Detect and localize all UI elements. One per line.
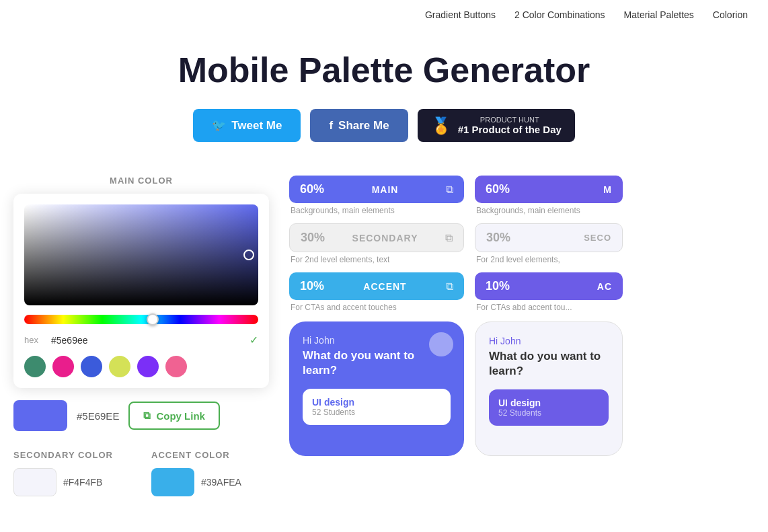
bar-secondary-desc: For 2nd level elements, text	[289, 255, 464, 264]
bar-accent-pct: 10%	[300, 279, 324, 293]
nav-gradient-buttons[interactable]: Gradient Buttons	[425, 9, 496, 20]
bar2-acc-pct: 10%	[486, 279, 510, 293]
accent-color-label: ACCENT COLOR	[151, 450, 269, 460]
bar-main-lbl: MAIN	[372, 184, 399, 195]
greeting-1: Hi John	[303, 335, 451, 346]
card-title-1: UI design	[312, 397, 441, 408]
bar-main-2: 60% M	[475, 176, 623, 203]
swatch-purple[interactable]	[137, 356, 159, 377]
percent-bars-2: 60% M Backgrounds, main elements 30% SEC…	[475, 176, 623, 312]
secondary-color-swatch[interactable]	[13, 468, 56, 496]
swatch-rose[interactable]	[165, 356, 187, 377]
secondary-color-display: #F4F4FB	[13, 468, 131, 496]
producthunt-button[interactable]: 🏅 PRODUCT HUNT #1 Product of the Day	[418, 109, 575, 142]
bar2-acc-lbl: AC	[597, 281, 612, 292]
bar-accent-lbl: ACCENT	[363, 281, 406, 292]
accent-color-swatch[interactable]	[151, 468, 194, 496]
secondary-color-label: SECONDARY COLOR	[13, 450, 131, 460]
avatar-1	[429, 332, 453, 356]
bar2-main-desc: Backgrounds, main elements	[475, 206, 623, 215]
bar-main-desc: Backgrounds, main elements	[289, 206, 464, 215]
hue-handle[interactable]	[147, 313, 159, 326]
facebook-icon: f	[329, 119, 333, 132]
card-title-2: UI design	[498, 397, 599, 408]
hero-buttons: 🐦 Tweet Me f Share Me 🏅 PRODUCT HUNT #1 …	[13, 109, 755, 142]
bar2-acc-desc: For CTAs abd accent tou...	[475, 303, 623, 312]
share-button[interactable]: f Share Me	[310, 109, 408, 142]
copy-icon: ⧉	[143, 410, 151, 422]
nav-bar: Gradient Buttons 2 Color Combinations Ma…	[0, 0, 768, 30]
swatch-yellow[interactable]	[109, 356, 130, 377]
bar2-main-lbl: M	[603, 184, 612, 195]
picker-panel: MAIN COLOR hex ✓	[13, 176, 269, 496]
swatch-pink[interactable]	[52, 356, 74, 377]
bar2-main-pct: 60%	[486, 182, 510, 196]
secondary-color-section: SECONDARY COLOR #F4F4FB	[13, 450, 131, 496]
preview-card-1: 60% MAIN ⧉ Backgrounds, main elements 30…	[289, 176, 464, 496]
current-hex-text: #5E69EE	[77, 410, 119, 422]
main-layout: MAIN COLOR hex ✓	[0, 176, 768, 523]
check-icon: ✓	[249, 334, 258, 346]
bar-secondary-lbl: SECONDARY	[352, 233, 418, 243]
nav-colorion[interactable]: Colorion	[713, 9, 748, 20]
hero-section: Mobile Palette Generator 🐦 Tweet Me f Sh…	[0, 30, 768, 176]
bar2-sec-desc: For 2nd level elements,	[475, 255, 623, 264]
color-action-row: #5E69EE ⧉ Copy Link	[13, 400, 269, 431]
current-color-swatch	[13, 400, 67, 431]
nav-links: Gradient Buttons 2 Color Combinations Ma…	[0, 0, 768, 30]
percent-bars-1: 60% MAIN ⧉ Backgrounds, main elements 30…	[289, 176, 464, 312]
twitter-icon: 🐦	[212, 118, 226, 132]
ph-main: #1 Product of the Day	[458, 124, 562, 135]
greeting-2: Hi John	[489, 336, 609, 346]
card-sub-1: 52 Students	[312, 408, 441, 417]
card-item-1: UI design 52 Students	[303, 389, 451, 425]
color-picker-box: hex ✓	[13, 194, 269, 388]
bar2-sec-pct: 30%	[486, 231, 510, 245]
app-mock-1: Hi John What do you want to learn? UI de…	[289, 321, 464, 456]
card-sub-2: 52 Students	[498, 408, 599, 418]
bar-accent-1: 10% ACCENT ⧉	[289, 272, 464, 300]
gradient-handle[interactable]	[243, 250, 254, 260]
bar2-sec-lbl: SECO	[584, 233, 611, 243]
color-swatches	[24, 356, 258, 377]
bar-secondary-1: 30% SECONDARY ⧉	[289, 223, 464, 252]
hex-row: hex ✓	[24, 334, 258, 346]
card-item-2: UI design 52 Students	[489, 389, 609, 426]
page-title: Mobile Palette Generator	[13, 50, 755, 90]
secondary-hex-text: #F4F4FB	[63, 477, 102, 488]
nav-color-combinations[interactable]: 2 Color Combinations	[514, 9, 605, 20]
bar-secondary-copy-icon[interactable]: ⧉	[445, 232, 453, 244]
bar-secondary-pct: 30%	[301, 231, 325, 245]
sub-colors: SECONDARY COLOR #F4F4FB ACCENT COLOR #39…	[13, 450, 269, 496]
accent-hex-text: #39AFEA	[201, 477, 241, 488]
nav-material-palettes[interactable]: Material Palettes	[624, 9, 694, 20]
bar-accent-2: 10% AC	[475, 272, 623, 300]
question-1: What do you want to learn?	[303, 348, 451, 378]
bar-secondary-2: 30% SECO	[475, 223, 623, 252]
app-mock-2: Hi John What do you want to learn? UI de…	[475, 321, 623, 456]
hue-slider[interactable]	[24, 315, 258, 324]
bar-accent-desc: For CTAs and accent touches	[289, 303, 464, 312]
main-color-label: MAIN COLOR	[13, 176, 269, 186]
tweet-button[interactable]: 🐦 Tweet Me	[193, 109, 301, 142]
bar-main-pct: 60%	[300, 182, 324, 196]
gradient-picker[interactable]	[24, 204, 258, 305]
hex-input[interactable]	[51, 335, 243, 346]
swatch-blue[interactable]	[81, 356, 102, 377]
preview-card-2: 60% M Backgrounds, main elements 30% SEC…	[475, 176, 623, 496]
ph-subtitle: PRODUCT HUNT	[458, 116, 562, 124]
copy-link-button[interactable]: ⧉ Copy Link	[128, 402, 220, 430]
bar-main-copy-icon[interactable]: ⧉	[446, 184, 453, 196]
preview-area: 60% MAIN ⧉ Backgrounds, main elements 30…	[269, 176, 755, 496]
bar-main-1: 60% MAIN ⧉	[289, 176, 464, 203]
accent-color-display: #39AFEA	[151, 468, 269, 496]
medal-icon: 🏅	[431, 116, 451, 135]
hex-label: hex	[24, 335, 44, 345]
accent-color-section: ACCENT COLOR #39AFEA	[151, 450, 269, 496]
bar-accent-copy-icon[interactable]: ⧉	[446, 280, 453, 293]
swatch-teal[interactable]	[24, 356, 46, 377]
question-2: What do you want to learn?	[489, 349, 609, 379]
